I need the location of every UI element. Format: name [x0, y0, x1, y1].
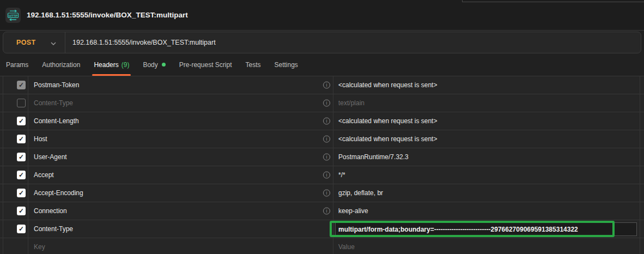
header-checkbox[interactable]: ✓ — [17, 207, 26, 215]
header-row-host: ✓ Host i <calculated when request is sen… — [0, 130, 644, 148]
request-tab-title: 192.168.1.51:5555/invoke/BOX_TEST:multip… — [27, 11, 188, 19]
tab-settings[interactable]: Settings — [269, 53, 304, 76]
header-key[interactable]: Connection — [34, 207, 67, 215]
chevron-down-icon — [51, 38, 56, 47]
header-key[interactable]: Content-Type — [34, 99, 73, 107]
header-key[interactable]: Accept — [34, 171, 54, 179]
http-request-icon: HTTP — [5, 8, 21, 23]
tab-body[interactable]: Body — [137, 53, 171, 76]
info-icon[interactable]: i — [323, 82, 330, 89]
header-row-postman-token: ✓ Postman-Token i <calculated when reque… — [0, 76, 644, 94]
tab-pre-request-script[interactable]: Pre-request Script — [173, 53, 238, 76]
header-checkbox[interactable]: ✓ — [17, 135, 26, 143]
info-icon[interactable]: i — [323, 118, 330, 125]
header-checkbox[interactable]: ✓ — [17, 171, 26, 179]
headers-count-badge: (9) — [121, 61, 130, 69]
header-row-accept-encoding: ✓ Accept-Encoding i gzip, deflate, br — [0, 184, 644, 202]
header-key[interactable]: Content-Type — [34, 225, 73, 233]
request-tab-bar: HTTP 192.168.1.51:5555/invoke/BOX_TEST:m… — [0, 0, 644, 31]
info-icon[interactable]: i — [323, 154, 330, 161]
tab-headers[interactable]: Headers (9) — [88, 53, 135, 76]
header-row-connection: ✓ Connection i keep-alive — [0, 202, 644, 220]
tab-tests[interactable]: Tests — [239, 53, 266, 76]
header-value[interactable]: PostmanRuntime/7.32.3 — [338, 153, 409, 161]
header-row-accept: ✓ Accept i */* — [0, 166, 644, 184]
header-key[interactable]: Host — [34, 135, 47, 143]
method-label: POST — [16, 39, 36, 46]
header-value[interactable]: keep-alive — [338, 207, 368, 215]
request-tab[interactable]: HTTP 192.168.1.51:5555/invoke/BOX_TEST:m… — [0, 0, 462, 30]
header-checkbox[interactable] — [17, 99, 26, 107]
request-url-bar: POST 192.168.1.51:5555/invoke/BOX_TEST:m… — [3, 32, 641, 53]
header-checkbox[interactable]: ✓ — [17, 117, 26, 125]
headers-table: ✓ Postman-Token i <calculated when reque… — [0, 76, 644, 254]
header-row-content-type-multipart: ✓ Content-Type multipart/form-data;bound… — [0, 220, 644, 238]
header-checkbox[interactable]: ✓ — [17, 189, 26, 197]
svg-text:HTTP: HTTP — [9, 13, 17, 17]
info-icon[interactable]: i — [323, 172, 330, 179]
header-checkbox[interactable]: ✓ — [17, 225, 26, 233]
new-header-value-placeholder[interactable]: Value — [338, 243, 355, 251]
header-checkbox[interactable]: ✓ — [17, 153, 26, 161]
new-header-key-placeholder[interactable]: Key — [34, 243, 45, 251]
method-dropdown[interactable]: POST — [3, 32, 65, 53]
header-row-content-length: ✓ Content-Length i <calculated when requ… — [0, 112, 644, 130]
header-value[interactable]: gzip, deflate, br — [338, 189, 383, 197]
new-header-row: Key Value — [0, 238, 644, 254]
header-value[interactable]: <calculated when request is sent> — [338, 135, 437, 143]
header-row-user-agent: ✓ User-Agent i PostmanRuntime/7.32.3 — [0, 148, 644, 166]
body-active-dot — [162, 63, 166, 66]
header-value-input[interactable]: multipart/form-data;boundary=-----------… — [335, 222, 637, 236]
tab-authorization[interactable]: Authorization — [36, 53, 86, 76]
postman-app: HTTP 192.168.1.51:5555/invoke/BOX_TEST:m… — [0, 0, 644, 254]
header-value[interactable]: text/plain — [338, 99, 364, 107]
request-section-tabs: Params Authorization Headers (9) Body Pr… — [0, 53, 644, 76]
tab-params[interactable]: Params — [0, 53, 34, 76]
header-value[interactable]: <calculated when request is sent> — [338, 81, 437, 89]
header-key[interactable]: Postman-Token — [34, 81, 79, 89]
info-icon[interactable]: i — [323, 190, 330, 197]
header-key[interactable]: Accept-Encoding — [34, 189, 83, 197]
tabbar-edge-divider — [462, 0, 644, 2]
header-row-content-type-auto: Content-Type i text/plain — [0, 94, 644, 112]
url-input[interactable]: 192.168.1.51:5555/invoke/BOX_TEST:multip… — [65, 32, 641, 53]
info-icon[interactable]: i — [323, 100, 330, 107]
info-icon[interactable]: i — [323, 208, 330, 215]
header-key[interactable]: Content-Length — [34, 117, 79, 125]
info-icon[interactable]: i — [323, 136, 330, 143]
header-value[interactable]: <calculated when request is sent> — [338, 117, 437, 125]
header-checkbox[interactable]: ✓ — [17, 81, 26, 89]
header-key[interactable]: User-Agent — [34, 153, 67, 161]
header-value[interactable]: */* — [338, 171, 345, 179]
